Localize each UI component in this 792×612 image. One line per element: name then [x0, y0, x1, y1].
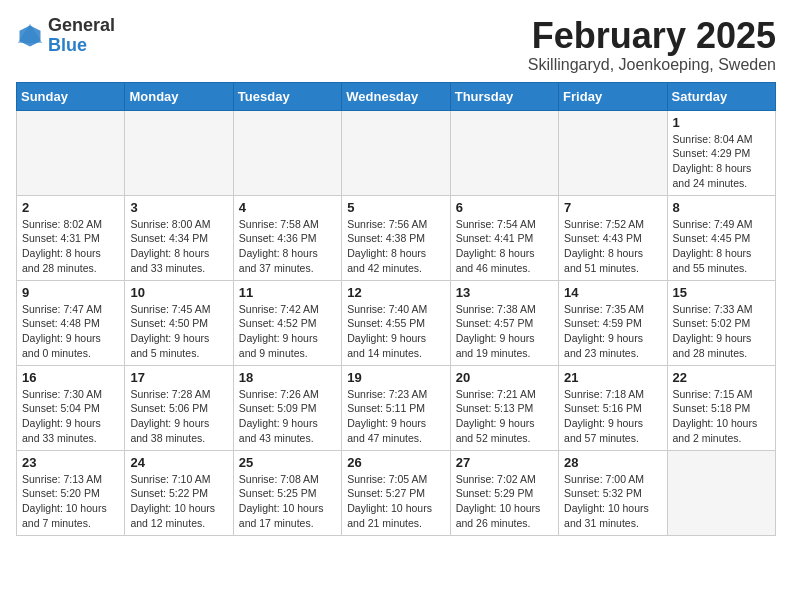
day-info: Sunrise: 7:21 AM Sunset: 5:13 PM Dayligh… — [456, 387, 553, 446]
day-number: 28 — [564, 455, 661, 470]
day-info: Sunrise: 8:00 AM Sunset: 4:34 PM Dayligh… — [130, 217, 227, 276]
day-info: Sunrise: 7:56 AM Sunset: 4:38 PM Dayligh… — [347, 217, 444, 276]
calendar-cell: 14Sunrise: 7:35 AM Sunset: 4:59 PM Dayli… — [559, 280, 667, 365]
logo: General Blue — [16, 16, 115, 56]
weekday-header-sunday: Sunday — [17, 82, 125, 110]
day-number: 9 — [22, 285, 119, 300]
day-number: 13 — [456, 285, 553, 300]
day-info: Sunrise: 8:02 AM Sunset: 4:31 PM Dayligh… — [22, 217, 119, 276]
calendar-week-row: 1Sunrise: 8:04 AM Sunset: 4:29 PM Daylig… — [17, 110, 776, 195]
day-info: Sunrise: 7:54 AM Sunset: 4:41 PM Dayligh… — [456, 217, 553, 276]
calendar-week-row: 9Sunrise: 7:47 AM Sunset: 4:48 PM Daylig… — [17, 280, 776, 365]
day-number: 5 — [347, 200, 444, 215]
day-number: 27 — [456, 455, 553, 470]
weekday-header-thursday: Thursday — [450, 82, 558, 110]
calendar-cell: 3Sunrise: 8:00 AM Sunset: 4:34 PM Daylig… — [125, 195, 233, 280]
day-number: 16 — [22, 370, 119, 385]
day-number: 24 — [130, 455, 227, 470]
logo-general-text: General — [48, 15, 115, 35]
day-number: 11 — [239, 285, 336, 300]
calendar-cell — [125, 110, 233, 195]
day-info: Sunrise: 7:49 AM Sunset: 4:45 PM Dayligh… — [673, 217, 770, 276]
calendar-cell — [17, 110, 125, 195]
day-number: 6 — [456, 200, 553, 215]
day-info: Sunrise: 7:10 AM Sunset: 5:22 PM Dayligh… — [130, 472, 227, 531]
day-number: 4 — [239, 200, 336, 215]
day-number: 2 — [22, 200, 119, 215]
day-info: Sunrise: 7:23 AM Sunset: 5:11 PM Dayligh… — [347, 387, 444, 446]
day-info: Sunrise: 7:15 AM Sunset: 5:18 PM Dayligh… — [673, 387, 770, 446]
day-info: Sunrise: 7:05 AM Sunset: 5:27 PM Dayligh… — [347, 472, 444, 531]
day-info: Sunrise: 7:30 AM Sunset: 5:04 PM Dayligh… — [22, 387, 119, 446]
calendar-cell: 13Sunrise: 7:38 AM Sunset: 4:57 PM Dayli… — [450, 280, 558, 365]
day-info: Sunrise: 7:45 AM Sunset: 4:50 PM Dayligh… — [130, 302, 227, 361]
logo-blue-text: Blue — [48, 35, 87, 55]
calendar-cell: 4Sunrise: 7:58 AM Sunset: 4:36 PM Daylig… — [233, 195, 341, 280]
calendar-cell: 11Sunrise: 7:42 AM Sunset: 4:52 PM Dayli… — [233, 280, 341, 365]
calendar-title: February 2025 — [528, 16, 776, 56]
day-info: Sunrise: 7:00 AM Sunset: 5:32 PM Dayligh… — [564, 472, 661, 531]
day-number: 15 — [673, 285, 770, 300]
calendar-cell — [342, 110, 450, 195]
calendar-cell: 19Sunrise: 7:23 AM Sunset: 5:11 PM Dayli… — [342, 365, 450, 450]
day-number: 26 — [347, 455, 444, 470]
day-number: 14 — [564, 285, 661, 300]
day-number: 12 — [347, 285, 444, 300]
day-number: 23 — [22, 455, 119, 470]
day-number: 19 — [347, 370, 444, 385]
calendar-week-row: 2Sunrise: 8:02 AM Sunset: 4:31 PM Daylig… — [17, 195, 776, 280]
day-number: 8 — [673, 200, 770, 215]
weekday-header-saturday: Saturday — [667, 82, 775, 110]
calendar-cell: 20Sunrise: 7:21 AM Sunset: 5:13 PM Dayli… — [450, 365, 558, 450]
calendar-cell — [450, 110, 558, 195]
day-info: Sunrise: 7:18 AM Sunset: 5:16 PM Dayligh… — [564, 387, 661, 446]
day-number: 3 — [130, 200, 227, 215]
day-info: Sunrise: 7:33 AM Sunset: 5:02 PM Dayligh… — [673, 302, 770, 361]
calendar-cell: 12Sunrise: 7:40 AM Sunset: 4:55 PM Dayli… — [342, 280, 450, 365]
calendar-cell: 10Sunrise: 7:45 AM Sunset: 4:50 PM Dayli… — [125, 280, 233, 365]
calendar-subtitle: Skillingaryd, Joenkoeping, Sweden — [528, 56, 776, 74]
day-info: Sunrise: 7:58 AM Sunset: 4:36 PM Dayligh… — [239, 217, 336, 276]
page-header: General Blue February 2025 Skillingaryd,… — [16, 16, 776, 74]
day-info: Sunrise: 7:40 AM Sunset: 4:55 PM Dayligh… — [347, 302, 444, 361]
day-number: 1 — [673, 115, 770, 130]
calendar-cell: 15Sunrise: 7:33 AM Sunset: 5:02 PM Dayli… — [667, 280, 775, 365]
calendar-cell: 17Sunrise: 7:28 AM Sunset: 5:06 PM Dayli… — [125, 365, 233, 450]
calendar-cell — [667, 450, 775, 535]
weekday-header-monday: Monday — [125, 82, 233, 110]
day-info: Sunrise: 7:35 AM Sunset: 4:59 PM Dayligh… — [564, 302, 661, 361]
day-info: Sunrise: 7:02 AM Sunset: 5:29 PM Dayligh… — [456, 472, 553, 531]
calendar-cell: 5Sunrise: 7:56 AM Sunset: 4:38 PM Daylig… — [342, 195, 450, 280]
calendar-cell: 27Sunrise: 7:02 AM Sunset: 5:29 PM Dayli… — [450, 450, 558, 535]
calendar-cell: 1Sunrise: 8:04 AM Sunset: 4:29 PM Daylig… — [667, 110, 775, 195]
calendar-cell: 18Sunrise: 7:26 AM Sunset: 5:09 PM Dayli… — [233, 365, 341, 450]
day-info: Sunrise: 8:04 AM Sunset: 4:29 PM Dayligh… — [673, 132, 770, 191]
day-number: 21 — [564, 370, 661, 385]
calendar-table: SundayMondayTuesdayWednesdayThursdayFrid… — [16, 82, 776, 536]
calendar-cell: 2Sunrise: 8:02 AM Sunset: 4:31 PM Daylig… — [17, 195, 125, 280]
calendar-cell — [559, 110, 667, 195]
day-number: 7 — [564, 200, 661, 215]
calendar-cell: 22Sunrise: 7:15 AM Sunset: 5:18 PM Dayli… — [667, 365, 775, 450]
weekday-header-friday: Friday — [559, 82, 667, 110]
day-info: Sunrise: 7:52 AM Sunset: 4:43 PM Dayligh… — [564, 217, 661, 276]
calendar-week-row: 23Sunrise: 7:13 AM Sunset: 5:20 PM Dayli… — [17, 450, 776, 535]
day-info: Sunrise: 7:47 AM Sunset: 4:48 PM Dayligh… — [22, 302, 119, 361]
calendar-cell: 21Sunrise: 7:18 AM Sunset: 5:16 PM Dayli… — [559, 365, 667, 450]
calendar-cell: 28Sunrise: 7:00 AM Sunset: 5:32 PM Dayli… — [559, 450, 667, 535]
day-info: Sunrise: 7:28 AM Sunset: 5:06 PM Dayligh… — [130, 387, 227, 446]
calendar-cell: 6Sunrise: 7:54 AM Sunset: 4:41 PM Daylig… — [450, 195, 558, 280]
calendar-cell — [233, 110, 341, 195]
day-info: Sunrise: 7:38 AM Sunset: 4:57 PM Dayligh… — [456, 302, 553, 361]
day-info: Sunrise: 7:42 AM Sunset: 4:52 PM Dayligh… — [239, 302, 336, 361]
calendar-cell: 16Sunrise: 7:30 AM Sunset: 5:04 PM Dayli… — [17, 365, 125, 450]
weekday-header-row: SundayMondayTuesdayWednesdayThursdayFrid… — [17, 82, 776, 110]
day-info: Sunrise: 7:13 AM Sunset: 5:20 PM Dayligh… — [22, 472, 119, 531]
day-number: 22 — [673, 370, 770, 385]
calendar-cell: 25Sunrise: 7:08 AM Sunset: 5:25 PM Dayli… — [233, 450, 341, 535]
weekday-header-wednesday: Wednesday — [342, 82, 450, 110]
day-number: 25 — [239, 455, 336, 470]
weekday-header-tuesday: Tuesday — [233, 82, 341, 110]
calendar-cell: 7Sunrise: 7:52 AM Sunset: 4:43 PM Daylig… — [559, 195, 667, 280]
day-number: 18 — [239, 370, 336, 385]
